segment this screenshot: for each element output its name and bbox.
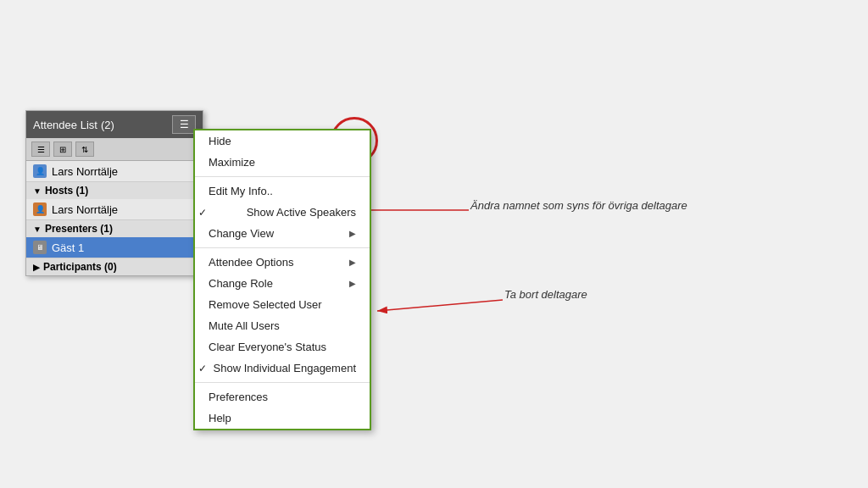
menu-divider [195, 176, 370, 177]
menu-item-label: Edit My Info.. [209, 185, 273, 197]
menu-item-label: Change Role [209, 277, 273, 290]
menu-item-change-role[interactable]: Change Role▶ [195, 273, 370, 294]
panel-count: (2) [101, 119, 114, 131]
grid-view-button[interactable]: ⊞ [53, 141, 72, 157]
presenter-user-item[interactable]: 🖥 Gäst 1 [26, 237, 203, 258]
menu-item-label: Help [209, 412, 231, 424]
menu-item-show-individual-engagement[interactable]: Show Individual Engagement [195, 358, 370, 379]
menu-item-maximize[interactable]: Maximize [195, 152, 370, 173]
participants-arrow-icon: ▶ [33, 263, 40, 272]
menu-item-label: Change View [209, 227, 274, 240]
hosts-user-avatar-icon: 👤 [33, 202, 47, 216]
menu-item-label: Show Individual Engagement [214, 362, 356, 374]
remove-user-annotation: Ta bort deltagare [504, 288, 587, 301]
presenters-arrow-icon: ▼ [33, 225, 42, 234]
context-menu: HideMaximizeEdit My Info..Show Active Sp… [193, 129, 371, 430]
hosts-user-item[interactable]: 👤 Lars Norrtälje [26, 199, 203, 220]
menu-item-hide[interactable]: Hide [195, 130, 370, 152]
submenu-arrow-icon: ▶ [349, 279, 356, 288]
participants-section-label: Participants (0) [43, 261, 117, 273]
participants-section-header[interactable]: ▶ Participants (0) [26, 258, 203, 275]
hosts-section-label: Hosts (1) [45, 185, 88, 197]
attendee-panel: Attendee List (2) ☰ ☰ ⊞ ⇅ 👤 Lars Norrtäl… [25, 110, 203, 276]
presenter-avatar-icon: 🖥 [33, 241, 47, 254]
submenu-arrow-icon: ▶ [349, 229, 356, 238]
menu-item-change-view[interactable]: Change View▶ [195, 223, 370, 244]
edit-info-annotation: Ändra namnet som syns för övriga deltaga… [470, 199, 687, 212]
panel-title: Attendee List (2) [33, 119, 114, 131]
panel-title-text: Attendee List [33, 119, 97, 131]
menu-item-label: Clear Everyone's Status [209, 341, 326, 353]
menu-item-preferences[interactable]: Preferences [195, 386, 370, 408]
panel-toolbar: ☰ ⊞ ⇅ [26, 138, 203, 161]
menu-item-label: Mute All Users [209, 319, 280, 332]
presenters-section-header[interactable]: ▼ Presenters (1) [26, 220, 203, 237]
menu-item-attendee-options[interactable]: Attendee Options▶ [195, 252, 370, 273]
menu-item-label: Hide [209, 135, 231, 147]
menu-item-remove-selected-user[interactable]: Remove Selected User [195, 294, 370, 315]
hosts-section-header[interactable]: ▼ Hosts (1) [26, 182, 203, 199]
sort-button[interactable]: ⇅ [75, 141, 94, 157]
host-avatar-icon: 👤 [33, 164, 47, 178]
presenter-user-name: Gäst 1 [52, 241, 84, 254]
presenters-section-label: Presenters (1) [45, 223, 113, 235]
svg-line-2 [377, 300, 503, 311]
host-name-top: Lars Norrtälje [52, 165, 118, 178]
menu-item-clear-everyones-status[interactable]: Clear Everyone's Status [195, 336, 370, 358]
hosts-arrow-icon: ▼ [33, 186, 42, 196]
hosts-user-name: Lars Norrtälje [52, 203, 118, 216]
menu-item-label: Show Active Speakers [247, 206, 356, 219]
panel-header: Attendee List (2) ☰ [26, 111, 203, 138]
menu-item-mute-all-users[interactable]: Mute All Users [195, 315, 370, 336]
menu-item-show-active-speakers[interactable]: Show Active Speakers [195, 202, 370, 223]
submenu-arrow-icon: ▶ [349, 258, 356, 267]
list-view-button[interactable]: ☰ [31, 141, 50, 157]
menu-item-edit-my-info[interactable]: Edit My Info.. [195, 180, 370, 202]
menu-item-label: Attendee Options [209, 256, 293, 269]
menu-item-help[interactable]: Help [195, 408, 370, 429]
host-item[interactable]: 👤 Lars Norrtälje [26, 161, 203, 182]
menu-button[interactable]: ☰ [172, 115, 196, 134]
menu-item-label: Maximize [209, 156, 255, 169]
menu-divider [195, 247, 370, 248]
menu-divider [195, 382, 370, 383]
menu-item-label: Preferences [209, 391, 268, 403]
menu-item-label: Remove Selected User [209, 298, 322, 311]
